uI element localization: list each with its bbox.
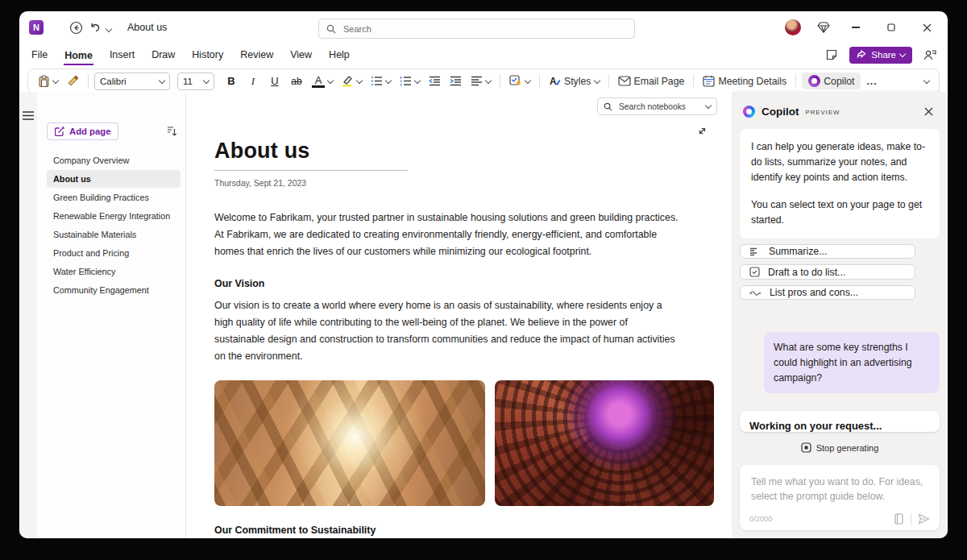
page-item-sustainable-materials[interactable]: Sustainable Materials (47, 226, 181, 243)
page-item-product-pricing[interactable]: Product and Pricing (47, 244, 181, 262)
menu-home[interactable]: Home (64, 48, 93, 65)
highlight-button[interactable] (338, 73, 365, 89)
intro-paragraph: Welcome to Fabrikam, your trusted partne… (214, 209, 680, 259)
vision-heading: Our Vision (214, 278, 716, 289)
bullet-list-button[interactable] (367, 74, 394, 88)
character-counter: 0/2000 (749, 515, 772, 523)
working-status-text: Working on your request... (740, 411, 940, 432)
page-item-company-overview[interactable]: Company Overview (47, 151, 181, 169)
copilot-toggle-button[interactable]: Copilot (802, 73, 861, 89)
ribbon-collapse-chevron[interactable] (921, 78, 932, 85)
back-button[interactable] (66, 18, 85, 37)
tags-button[interactable] (506, 73, 533, 89)
app-search-box[interactable] (318, 19, 635, 39)
email-page-button[interactable]: Email Page (615, 74, 688, 89)
page-body[interactable]: About us Thursday, Sept 21, 2023 Welcome… (214, 139, 716, 538)
email-page-label: Email Page (634, 76, 685, 87)
menu-history[interactable]: History (191, 48, 224, 62)
add-page-label: Add page (69, 127, 110, 136)
menu-review[interactable]: Review (239, 48, 274, 62)
ribbon-toolbar: Calibri 11 B I U ab A (27, 68, 940, 93)
copilot-preview-badge: PREVIEW (806, 109, 840, 116)
copilot-close-icon[interactable] (920, 103, 936, 119)
user-message-bubble: What are some key strengths I could high… (764, 332, 940, 393)
meeting-details-label: Meeting Details (718, 76, 786, 87)
copilot-intro-line2: You can select text on your page to get … (751, 197, 928, 228)
suggestion-label: List pros and cons... (770, 287, 858, 298)
sort-pages-icon[interactable] (166, 126, 177, 137)
image-row (214, 380, 716, 506)
italic-button[interactable]: I (243, 73, 263, 89)
suggestion-todo-button[interactable]: Draft a to do list... (740, 264, 915, 279)
notebook-search-input[interactable] (617, 102, 701, 112)
hamburger-menu-icon[interactable] (23, 111, 34, 538)
styles-label: Styles (564, 76, 591, 87)
page-date: Thursday, Sept 21, 2023 (214, 178, 716, 188)
input-footer-divider (911, 513, 911, 525)
page-item-about-us[interactable]: About us (47, 170, 181, 188)
menu-file[interactable]: File (31, 48, 48, 62)
menu-insert[interactable]: Insert (109, 48, 135, 62)
page-item-green-building[interactable]: Green Building Practices (47, 189, 181, 206)
suggestion-summarize-button[interactable]: Summarize... (740, 244, 915, 259)
menu-view[interactable]: View (289, 48, 313, 62)
premium-gem-icon[interactable] (817, 22, 830, 33)
page-item-water-efficiency[interactable]: Water Efficiency (47, 263, 181, 280)
minimize-button[interactable] (846, 18, 865, 37)
maximize-button[interactable] (882, 18, 901, 37)
sticky-note-icon[interactable] (822, 45, 841, 64)
send-icon[interactable] (918, 513, 930, 525)
suggestion-pros-cons-button[interactable]: List pros and cons... (740, 285, 915, 300)
align-button[interactable] (467, 74, 494, 88)
page-title: About us (214, 139, 716, 164)
paste-button[interactable] (35, 73, 61, 89)
add-page-button[interactable]: Add page (47, 122, 118, 140)
stop-generating-button[interactable]: Stop generating (740, 442, 940, 453)
wooden-timber-interior-image (214, 380, 485, 506)
window-tab-title: About us (127, 22, 167, 33)
font-size-select[interactable]: 11 (177, 73, 214, 90)
copilot-panel-title: Copilot (762, 106, 799, 118)
styles-button[interactable]: A Styles (546, 73, 603, 89)
summarize-icon (749, 247, 761, 256)
increase-indent-button[interactable] (446, 74, 465, 88)
app-search-input[interactable] (342, 23, 627, 35)
font-size-value: 11 (183, 77, 193, 86)
meeting-details-button[interactable]: Meeting Details (699, 73, 790, 89)
prompt-guide-icon[interactable] (894, 513, 904, 525)
copilot-logo-icon (743, 106, 755, 118)
share-button[interactable]: Share (849, 47, 912, 64)
working-status-card: Working on your request... (740, 411, 940, 432)
bold-button[interactable]: B (222, 73, 241, 89)
copilot-prompt-input[interactable] (749, 473, 930, 510)
spiral-dome-ceiling-image (495, 380, 714, 506)
expand-page-icon[interactable] (697, 126, 708, 136)
suggestion-label: Summarize... (769, 246, 827, 257)
stop-generating-label: Stop generating (816, 443, 879, 453)
copilot-intro-card: I can help you generate ideas, make to-d… (740, 129, 940, 239)
page-item-renewable-energy[interactable]: Renewable Energy Integration (47, 207, 181, 225)
svg-text:A: A (550, 76, 557, 87)
catch-up-icon[interactable] (920, 45, 940, 64)
strikethrough-button[interactable]: ab (287, 74, 306, 89)
font-name-select[interactable]: Calibri (94, 73, 170, 90)
search-icon (604, 102, 612, 111)
numbered-list-button[interactable] (396, 74, 423, 88)
format-painter-button[interactable] (64, 73, 82, 89)
copilot-intro-line1: I can help you generate ideas, make to-d… (751, 139, 928, 186)
undo-button[interactable] (85, 18, 105, 37)
user-avatar[interactable] (785, 19, 801, 35)
page-item-community-engagement[interactable]: Community Engagement (47, 281, 181, 299)
suggestion-label: Draft a to do list... (768, 267, 845, 278)
undo-dropdown-chevron-icon[interactable] (106, 20, 111, 35)
menu-draw[interactable]: Draw (151, 48, 176, 62)
navigation-rail (19, 92, 37, 538)
ribbon-overflow-button[interactable]: ... (863, 74, 880, 89)
menu-help[interactable]: Help (328, 48, 351, 62)
close-button[interactable] (917, 18, 936, 37)
font-color-button[interactable]: A (309, 73, 336, 89)
commitment-heading: Our Commitment to Sustainability (214, 525, 716, 536)
decrease-indent-button[interactable] (425, 74, 444, 88)
underline-button[interactable]: U (265, 73, 284, 89)
notebook-search-box[interactable] (597, 97, 717, 115)
